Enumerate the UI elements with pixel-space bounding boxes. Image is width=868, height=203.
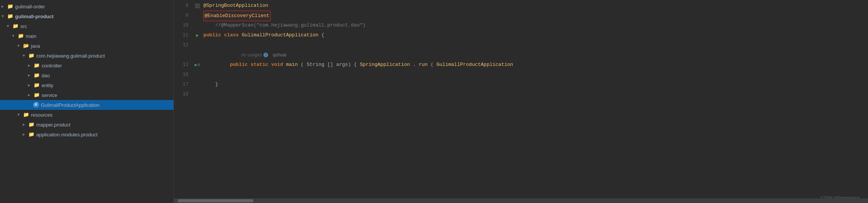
class-app: GulimallProductApplication bbox=[437, 62, 513, 67]
sidebar-item-service[interactable]: ▶ 📁 service bbox=[0, 90, 174, 100]
sidebar-item-package[interactable]: ▼ 📁 com.hejiawang.gulimall.product bbox=[0, 51, 174, 61]
sidebar-item-label: dao bbox=[42, 73, 50, 78]
folder-icon: 📁 bbox=[17, 33, 24, 39]
keyword-static: static bbox=[251, 62, 268, 67]
sidebar-item-label: GulimallProductApplication bbox=[41, 102, 99, 108]
run-button[interactable]: ▶ bbox=[193, 30, 202, 40]
code-line-16 bbox=[202, 70, 868, 80]
run-fold-gutter[interactable]: ▶ ⊟ bbox=[193, 60, 202, 70]
code-line-11: public class GulimallProductApplication … bbox=[202, 30, 868, 40]
sidebar-item-label: gulimall-product bbox=[15, 14, 54, 19]
code-line-9: @EnableDiscoveryClient bbox=[202, 11, 868, 20]
code-parens: ( bbox=[301, 62, 304, 67]
sidebar-item-label: src bbox=[20, 23, 27, 29]
sidebar-item-src[interactable]: ▼ 📁 src bbox=[0, 21, 174, 31]
sidebar-item-gulimall-order[interactable]: ▶ 📁 gulimall-order bbox=[0, 2, 174, 11]
sidebar-item-gulimall-product[interactable]: ▼ 📁 gulimall-product bbox=[0, 11, 174, 21]
sidebar-item-application-modules[interactable]: ▶ 📁 application.modules.product bbox=[0, 130, 174, 139]
sidebar-item-resources[interactable]: ▼ 📁 resources bbox=[0, 110, 174, 120]
user-icon: 👤 bbox=[264, 53, 268, 57]
sidebar-item-gulimall-product-application[interactable]: G GulimallProductApplication bbox=[0, 100, 174, 110]
sidebar-item-label: main bbox=[26, 33, 36, 39]
code-line-18 bbox=[202, 89, 868, 99]
code-parens2: ( bbox=[431, 62, 434, 67]
run-icon: ▶ bbox=[195, 62, 197, 68]
line-number: 16 bbox=[174, 70, 188, 80]
scrollbar-thumb[interactable] bbox=[178, 199, 253, 202]
keyword-public: public bbox=[203, 32, 221, 38]
fold-icon: ⊟ bbox=[198, 62, 200, 67]
line-numbers: 8 9 10 11 12 13 16 17 18 bbox=[174, 0, 193, 203]
type-string: String bbox=[307, 62, 324, 67]
keyword-void: void bbox=[271, 62, 283, 67]
line-number: 11 bbox=[174, 30, 188, 40]
chevron-right-icon: ▶ bbox=[28, 93, 33, 97]
sidebar-item-entity[interactable]: ▶ 📁 entity bbox=[0, 80, 174, 90]
folder-icon: 📁 bbox=[33, 92, 40, 98]
sidebar-item-dao[interactable]: ▶ 📁 dao bbox=[0, 70, 174, 80]
line-number: 12 bbox=[174, 40, 188, 50]
sidebar-item-label: controller bbox=[42, 63, 62, 69]
code-line-10: //@MapperScan("com.hejiawang.gulimall.pr… bbox=[202, 20, 868, 30]
no-usages-text: no usages bbox=[241, 50, 262, 60]
user-name: quhuai bbox=[273, 50, 286, 60]
comment-text: //@MapperScan("com.hejiawang.gulimall.pr… bbox=[203, 22, 366, 28]
code-editor: 8 9 10 11 12 13 16 17 18 ⬛ ▶ ▶ ⊟ bbox=[174, 0, 868, 203]
chevron-right-icon: ▶ bbox=[23, 132, 28, 137]
sidebar-item-label: java bbox=[31, 43, 40, 49]
folder-icon: 📁 bbox=[7, 4, 14, 9]
annotation-springboot: @SpringBootApplication bbox=[203, 3, 268, 8]
method-name-main: main bbox=[286, 62, 298, 67]
chevron-down-icon: ▼ bbox=[7, 24, 12, 28]
code-brace: { bbox=[321, 32, 324, 38]
folder-icon: 📁 bbox=[33, 73, 40, 78]
sidebar-item-label: gulimall-order bbox=[15, 4, 45, 9]
sidebar-item-main[interactable]: ▼ 📁 main bbox=[0, 31, 174, 41]
empty-gutter bbox=[193, 70, 202, 80]
indent bbox=[203, 62, 227, 67]
chevron-right-icon: ▶ bbox=[23, 122, 28, 127]
line-number: 10 bbox=[174, 20, 188, 30]
code-line-12 bbox=[202, 40, 868, 50]
folder-icon: 📁 bbox=[28, 132, 35, 137]
sidebar-item-label: com.hejiawang.gulimall.product bbox=[36, 53, 105, 59]
folder-icon: 📁 bbox=[28, 53, 35, 58]
app-icon: G bbox=[33, 102, 39, 108]
folder-icon: 📁 bbox=[7, 14, 14, 19]
code-content[interactable]: @SpringBootApplication @EnableDiscoveryC… bbox=[202, 0, 868, 203]
line-number: 13 bbox=[174, 60, 188, 70]
class-spring-app: SpringApplication bbox=[360, 62, 410, 67]
code-line-8: @SpringBootApplication bbox=[202, 1, 868, 11]
folder-icon: 📁 bbox=[28, 122, 35, 127]
sidebar-item-label: mapper.product bbox=[36, 122, 70, 128]
folder-icon: 📂 bbox=[23, 43, 29, 48]
closing-brace: } bbox=[203, 81, 218, 87]
line-number: 18 bbox=[174, 89, 188, 99]
chevron-down-icon: ▼ bbox=[12, 34, 17, 38]
folder-icon: 📁 bbox=[33, 63, 40, 68]
sidebar-item-label: entity bbox=[42, 83, 53, 88]
line-number: 17 bbox=[174, 80, 188, 89]
arg-name: args) { bbox=[336, 62, 360, 67]
file-tree: ▶ 📁 gulimall-order ▼ 📁 gulimall-product … bbox=[0, 0, 174, 203]
keyword-public: public bbox=[230, 62, 248, 67]
folder-icon: 📁 bbox=[33, 83, 40, 88]
run-icon: ▶ bbox=[196, 33, 198, 38]
sidebar-item-java[interactable]: ▼ 📂 java bbox=[0, 41, 174, 51]
chevron-down-icon: ▼ bbox=[17, 113, 23, 117]
class-name: GulimallProductApplication bbox=[242, 32, 318, 38]
code-line-17: } bbox=[202, 80, 868, 89]
code-bracket: [] bbox=[327, 62, 336, 67]
sidebar-item-label: application.modules.product bbox=[36, 132, 98, 137]
annotation-discovery-client: @EnableDiscoveryClient bbox=[203, 11, 271, 21]
empty-gutter bbox=[193, 20, 202, 30]
empty-gutter bbox=[193, 40, 202, 50]
sidebar-item-controller[interactable]: ▶ 📁 controller bbox=[0, 61, 174, 70]
keyword-class: class bbox=[224, 32, 239, 38]
chevron-right-icon: ▶ bbox=[2, 4, 7, 9]
chevron-down-icon: ▼ bbox=[17, 44, 23, 48]
empty-gutter bbox=[193, 89, 202, 99]
bookmark-marker: ⬛ bbox=[193, 1, 202, 11]
horizontal-scrollbar[interactable] bbox=[174, 198, 868, 203]
sidebar-item-mapper-product[interactable]: ▶ 📁 mapper.product bbox=[0, 120, 174, 130]
